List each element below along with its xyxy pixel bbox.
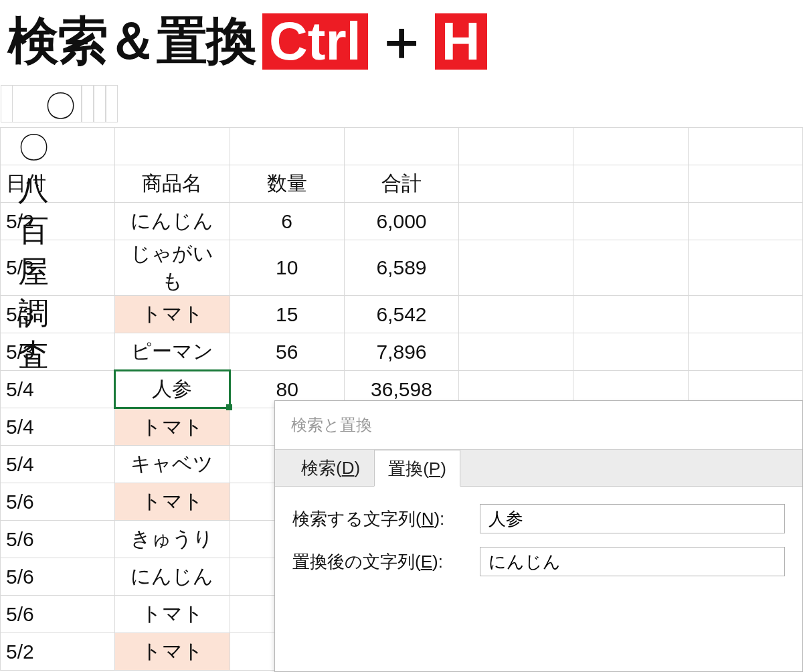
tab-replace[interactable]: 置換(P): [374, 450, 460, 487]
cell-date[interactable]: 5/6: [1, 483, 115, 521]
cell-empty[interactable]: [459, 240, 573, 296]
cell-date[interactable]: 5/6: [1, 596, 115, 633]
find-replace-dialog[interactable]: 検索と置換 検索(D) 置換(P) 検索する文字列(N): 置換後の文字列(E)…: [274, 400, 803, 672]
cell-name[interactable]: トマト: [115, 296, 230, 333]
cell-empty[interactable]: [459, 203, 573, 240]
cell-name[interactable]: トマト: [115, 596, 230, 633]
header-name: 商品名: [115, 165, 230, 203]
dialog-tabstrip: 検索(D) 置換(P): [275, 449, 802, 487]
dialog-title: 検索と置換: [275, 401, 802, 449]
find-input[interactable]: [480, 504, 785, 533]
cell-total[interactable]: 6,542: [344, 296, 458, 333]
cell-empty[interactable]: [688, 296, 802, 333]
fill-handle[interactable]: [226, 404, 232, 410]
cell-total[interactable]: 6,589: [344, 240, 458, 296]
cell-date[interactable]: 5/4: [1, 408, 115, 446]
cell-empty[interactable]: [688, 333, 802, 371]
cell-empty[interactable]: [573, 296, 688, 333]
replace-input[interactable]: [480, 547, 785, 576]
tab-search[interactable]: 検索(D): [287, 449, 374, 486]
cell-qty[interactable]: 10: [230, 240, 344, 296]
cell-name[interactable]: きゅうり: [115, 521, 230, 558]
cell-qty[interactable]: 6: [230, 203, 344, 240]
cell-qty[interactable]: 15: [230, 296, 344, 333]
cell-empty[interactable]: [459, 296, 573, 333]
dialog-form: 検索する文字列(N): 置換後の文字列(E):: [275, 487, 802, 607]
cell-name[interactable]: ピーマン: [115, 333, 230, 371]
tab-replace-label: 置換(P): [388, 458, 446, 479]
table-row[interactable]: 5/3ピーマン567,896: [1, 333, 803, 371]
cell-empty[interactable]: [688, 240, 802, 296]
banner-title: 検索＆置換: [8, 7, 256, 76]
cell-name[interactable]: にんじん: [115, 558, 230, 596]
find-label: 検索する文字列(N):: [292, 507, 480, 531]
cell-date[interactable]: 5/4: [1, 371, 115, 408]
cell-empty[interactable]: [573, 240, 688, 296]
cell-date[interactable]: 5/6: [1, 558, 115, 596]
cell-name[interactable]: トマト: [115, 408, 230, 446]
cell-empty[interactable]: [688, 203, 802, 240]
cell-date[interactable]: 5/2: [1, 633, 115, 671]
cell-empty[interactable]: [573, 203, 688, 240]
banner: 検索＆置換 Ctrl ＋ H: [0, 0, 803, 80]
key-h: H: [435, 13, 487, 70]
cell-empty[interactable]: [573, 333, 688, 371]
plus-sign: ＋: [375, 5, 428, 78]
cell-name[interactable]: じゃがいも: [115, 240, 230, 296]
key-ctrl: Ctrl: [262, 13, 368, 70]
cell-name[interactable]: にんじん: [115, 203, 230, 240]
cell-name[interactable]: トマト: [115, 633, 230, 671]
header-date: 日付: [1, 165, 115, 203]
table-row[interactable]: 5/3じゃがいも106,589: [1, 240, 803, 296]
header-row: 日付 商品名 数量 合計: [1, 165, 803, 203]
cell-qty[interactable]: 56: [230, 333, 344, 371]
cell-empty[interactable]: [459, 333, 573, 371]
cell-date[interactable]: 5/4: [1, 446, 115, 483]
cell-date[interactable]: 5/6: [1, 521, 115, 558]
table-row[interactable]: 5/3トマト156,542: [1, 296, 803, 333]
replace-label: 置換後の文字列(E):: [292, 550, 480, 574]
header-total: 合計: [344, 165, 458, 203]
cell-total[interactable]: 7,896: [344, 333, 458, 371]
tab-search-label: 検索(D): [301, 458, 360, 478]
header-qty: 数量: [230, 165, 344, 203]
cell-total[interactable]: 6,000: [344, 203, 458, 240]
cell-name[interactable]: 人参: [115, 371, 230, 408]
table-row[interactable]: 5/2にんじん66,000: [1, 203, 803, 240]
cell-name[interactable]: キャベツ: [115, 446, 230, 483]
cell-name[interactable]: トマト: [115, 483, 230, 521]
